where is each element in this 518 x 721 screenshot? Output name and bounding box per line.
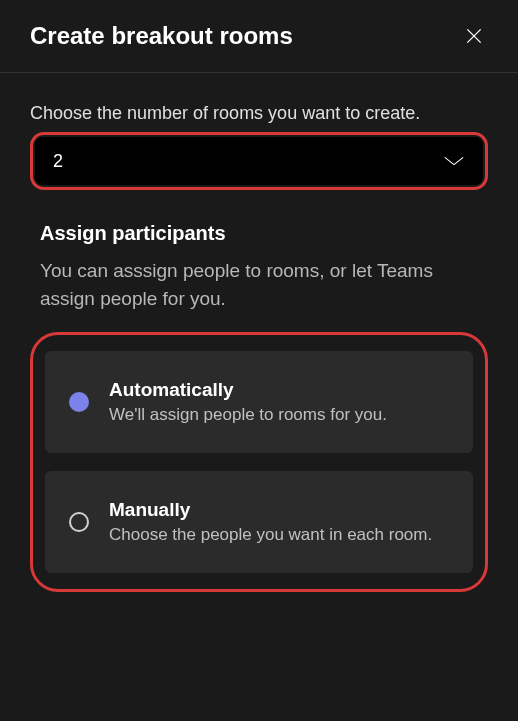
chevron-down-icon: [443, 155, 465, 167]
radio-automatic[interactable]: [69, 392, 89, 412]
dialog-title: Create breakout rooms: [30, 22, 293, 50]
option-automatic-title: Automatically: [109, 379, 457, 401]
assign-title: Assign participants: [40, 222, 478, 245]
room-count-dropdown[interactable]: 2: [35, 137, 483, 185]
option-manual-text: Manually Choose the people you want in e…: [109, 499, 457, 545]
room-count-label: Choose the number of rooms you want to c…: [30, 103, 488, 124]
assign-options-highlight: Automatically We'll assign people to roo…: [30, 332, 488, 592]
option-manual-desc: Choose the people you want in each room.: [109, 525, 457, 545]
option-automatic[interactable]: Automatically We'll assign people to roo…: [45, 351, 473, 453]
assign-description: You can asssign people to rooms, or let …: [40, 257, 478, 312]
option-automatic-desc: We'll assign people to rooms for you.: [109, 405, 457, 425]
close-button[interactable]: [460, 22, 488, 50]
radio-manual[interactable]: [69, 512, 89, 532]
dialog-header: Create breakout rooms: [0, 0, 518, 73]
option-automatic-text: Automatically We'll assign people to roo…: [109, 379, 457, 425]
room-count-highlight: 2: [30, 132, 488, 190]
room-count-value: 2: [53, 151, 63, 172]
option-manual-title: Manually: [109, 499, 457, 521]
assign-section: Assign participants You can asssign peop…: [30, 222, 488, 312]
dialog-content: Choose the number of rooms you want to c…: [0, 73, 518, 592]
close-icon: [464, 26, 484, 46]
option-manual[interactable]: Manually Choose the people you want in e…: [45, 471, 473, 573]
